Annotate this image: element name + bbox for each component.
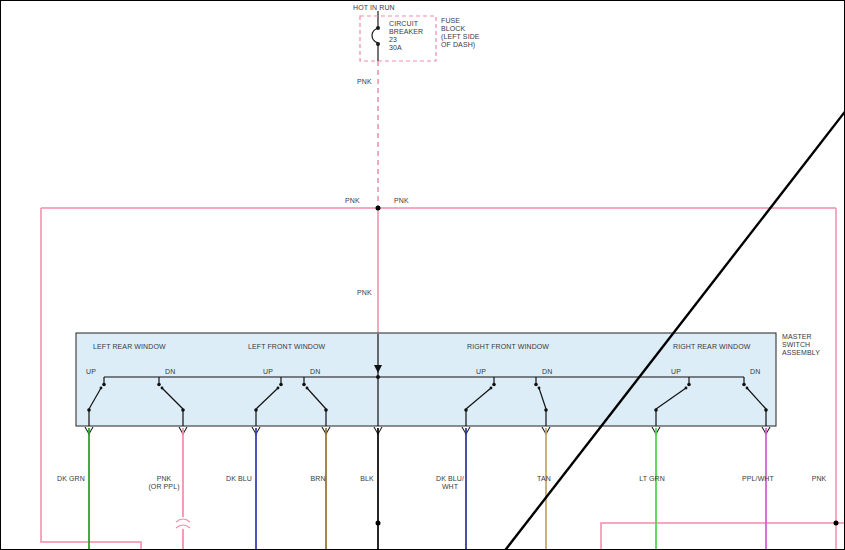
wire-label-dk-grn: DK GRN [57, 475, 85, 483]
junction-dot-blk [376, 521, 381, 526]
wire-label-tan: TAN [537, 475, 551, 483]
section-label-right-front: RIGHT FRONT WINDOW [467, 343, 549, 351]
dn-label-3: DN [542, 368, 552, 376]
wire-label-brn: BRN [310, 475, 325, 483]
pnk-label-mid: PNK [357, 289, 372, 297]
section-label-left-rear: LEFT REAR WINDOW [93, 343, 166, 351]
circuit-breaker-symbol [372, 28, 378, 43]
dn-label-2: DN [310, 368, 320, 376]
diagonal-line [503, 109, 845, 550]
wire-label-blk: BLK [360, 475, 374, 483]
wire-exit-arrowheads [85, 427, 770, 434]
wiring-diagram-canvas [1, 1, 845, 550]
junction-dot-right [834, 521, 839, 526]
wire-label-pnk-right: PNK [812, 475, 827, 483]
wire-label-lt-grn: LT GRN [639, 475, 665, 483]
wiring-diagram-page: HOT IN RUN CIRCUIT BREAKER 23 30A FUSE B… [0, 0, 845, 550]
master-switch-box [76, 333, 776, 426]
master-switch-label: MASTER SWITCH ASSEMBLY [782, 333, 820, 357]
wire-label-dk-blu-wht: DK BLU/ WHT [436, 475, 464, 491]
wire-label-ppl-wht: PPL/WHT [742, 475, 774, 483]
hot-in-run-label: HOT IN RUN [353, 4, 395, 12]
pnk-label-left: PNK [345, 197, 360, 205]
pnk-bottom-right-branch [601, 523, 845, 550]
up-label-2: UP [263, 368, 273, 376]
pnk-label-right: PNK [394, 197, 409, 205]
dn-label-4: DN [750, 368, 760, 376]
fuse-block-label: FUSE BLOCK (LEFT SIDE OF DASH) [441, 17, 480, 49]
up-label-1: UP [86, 368, 96, 376]
pnk-label-top: PNK [357, 78, 372, 86]
section-label-right-rear: RIGHT REAR WINDOW [673, 343, 750, 351]
up-label-4: UP [671, 368, 681, 376]
dn-label-1: DN [165, 368, 175, 376]
circuit-breaker-label: CIRCUIT BREAKER 23 30A [389, 20, 423, 52]
wire-break-symbol [176, 519, 190, 528]
up-label-3: UP [476, 368, 486, 376]
junction-dot-main [376, 206, 381, 211]
wire-label-dk-blu: DK BLU [226, 475, 252, 483]
wire-label-pnk-orppl: PNK (OR PPL) [148, 475, 179, 491]
section-label-left-front: LEFT FRONT WINDOW [248, 343, 325, 351]
